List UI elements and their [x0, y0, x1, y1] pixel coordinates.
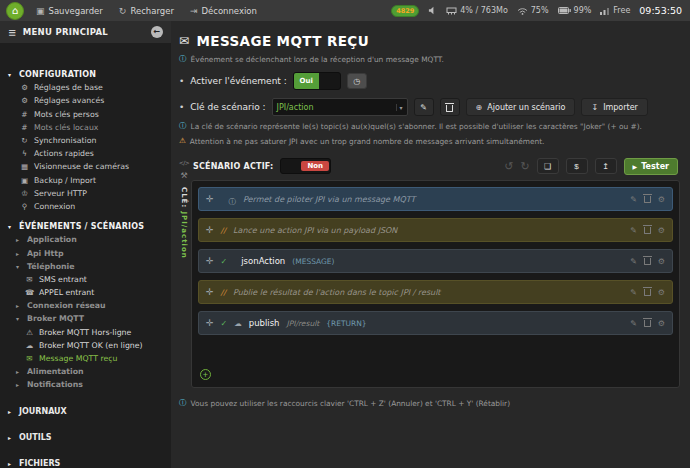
scenario-row[interactable]: ✛ ✓ ☁ publish JPI/result {RETURN} ✎ ⚙ [198, 311, 673, 335]
sidebar-item-broker-mqtt[interactable]: ▾ Broker MQTT [0, 312, 171, 325]
info-icon: ⓘ [179, 55, 187, 63]
sidebar-item-backup-import[interactable]: ▣ Backup / Import [0, 174, 171, 187]
code-icon[interactable]: </> [179, 159, 190, 166]
edit-row-icon[interactable]: ✎ [630, 257, 637, 266]
hamburger-icon[interactable]: ≡ [8, 27, 17, 38]
sidebar-item-mots-cles-locaux[interactable]: # Mots clés locaux [0, 121, 171, 134]
sidebar-item-fichiers[interactable]: ▸ FICHIERS [0, 457, 171, 468]
delete-row-icon[interactable] [644, 194, 651, 205]
editor-side-strip: </> ⚒ CLÉ: JPI/action [177, 154, 191, 388]
sidebar-item-configuration[interactable]: ▾ CONFIGURATION [0, 68, 171, 81]
sidebar-item-serveur-http[interactable]: ♔ Serveur HTTP [0, 187, 171, 200]
topbar: ⌂ ▣ Sauvegarder ↻ Recharger ⇥ Déconnexio… [0, 0, 690, 21]
trash-icon [644, 289, 651, 296]
sidebar-item-notifications[interactable]: ▸ Notifications [0, 378, 171, 391]
sidebar-item-reglages-avances[interactable]: ⚙ Réglages avancés [0, 94, 171, 107]
sidebar-item-telephonie[interactable]: ▾ Téléphonie [0, 260, 171, 273]
row-settings-icon[interactable]: ⚙ [658, 195, 665, 204]
edit-row-icon[interactable]: ✎ [630, 226, 637, 235]
tree-arrow-icon: ▸ [16, 302, 22, 309]
sidebar-item-message-mqtt-recu[interactable]: ✉ Message MQTT reçu [0, 352, 171, 365]
row-settings-icon[interactable]: ⚙ [658, 288, 665, 297]
sidebar-item-reglages-de-base[interactable]: ⚙ Réglages de base [0, 81, 171, 94]
vertical-key-label: CLÉ: JPI/action [180, 187, 188, 259]
wifi-icon [517, 7, 528, 15]
row-settings-icon[interactable]: ⚙ [658, 226, 665, 235]
scenario-row[interactable]: ✛ ✓ jsonAction (MESSAGE) ✎ ⚙ [198, 249, 673, 273]
tree-arrow-icon: ▸ [16, 250, 22, 257]
sidebar-item-outils[interactable]: ▸ OUTILS [0, 431, 171, 444]
main-content: ✉ MESSAGE MQTT REÇU ⓘ Événement se décle… [171, 21, 690, 468]
expression-button[interactable]: $ [566, 158, 588, 174]
volume-icon[interactable] [428, 6, 437, 15]
scenario-row[interactable]: ✛ ⓘ Permet de piloter JPI via un message… [198, 187, 673, 211]
memory-status: 4% / 763Mo [446, 6, 508, 15]
sidebar-item-mots-cles-persos[interactable]: # Mots clés persos [0, 108, 171, 121]
delete-row-icon[interactable] [644, 256, 651, 267]
delete-row-icon[interactable] [644, 318, 651, 329]
test-button[interactable]: ▶ Tester [624, 158, 678, 175]
edit-row-icon[interactable]: ✎ [630, 195, 637, 204]
sidebar-item-evenements-scenarios[interactable]: ▾ ÉVÉNEMENTS / SCÉNARIOS [0, 220, 171, 233]
enable-event-toggle[interactable]: Oui [293, 72, 341, 90]
server-icon: ♔ [20, 189, 29, 198]
scenario-row[interactable]: ✛ // Lance une action JPI via un payload… [198, 218, 673, 242]
row-settings-icon[interactable]: ⚙ [658, 257, 665, 266]
sidebar-item-application[interactable]: ▸ Application [0, 233, 171, 246]
cloud-icon: ☁ [25, 341, 34, 350]
undo-icon[interactable]: ↺ [504, 161, 513, 172]
sidebar-item-appel-entrant[interactable]: ☎ APPEL entrant [0, 286, 171, 299]
edit-row-icon[interactable]: ✎ [630, 288, 637, 297]
move-handle-icon[interactable]: ✛ [206, 194, 214, 204]
cloud-icon: ☁ [234, 319, 242, 328]
sidebar-item-alimentation[interactable]: ▸ Alimentation [0, 365, 171, 378]
scenario-key-select[interactable]: JPI/action ▾ [272, 98, 408, 116]
edit-key-button[interactable]: ✎ [414, 98, 434, 116]
delete-key-button[interactable] [440, 98, 460, 116]
sidebar-item-api-http[interactable]: ▸ Api Http [0, 246, 171, 259]
edit-row-icon[interactable]: ✎ [630, 319, 637, 328]
sidebar-item-actions-rapides[interactable]: ϟ Actions rapides [0, 147, 171, 160]
gear-icon: ⚙ [20, 83, 29, 92]
move-handle-icon[interactable]: ✛ [206, 225, 214, 235]
recharger-button[interactable]: ↻ Recharger [119, 6, 174, 16]
collapse-sidebar-button[interactable]: ← [151, 26, 163, 38]
deconnexion-button[interactable]: ⇥ Déconnexion [190, 6, 257, 16]
tree-arrow-icon: ▾ [8, 71, 14, 78]
sidebar-item-visionneuse-de-cameras[interactable]: ▦ Visionneuse de caméras [0, 160, 171, 173]
import-button[interactable]: ↧ Importer [581, 98, 647, 116]
export-button[interactable]: ↥ [595, 158, 617, 174]
app-logo[interactable]: ⌂ [0, 2, 30, 20]
redo-icon[interactable]: ↻ [520, 161, 529, 172]
tools-icon[interactable]: ⚒ [180, 171, 187, 180]
sidebar-item-broker-mqtt-ok-en-ligne[interactable]: ☁ Broker MQTT OK (en ligne) [0, 339, 171, 352]
sauvegarder-button[interactable]: ▣ Sauvegarder [36, 6, 103, 16]
tree-arrow-icon: ▸ [16, 236, 22, 243]
cameras-icon: ▦ [20, 162, 29, 171]
row-settings-icon[interactable]: ⚙ [658, 319, 665, 328]
sidebar-item-synchronisation[interactable]: ↻ Synchronisation [0, 134, 171, 147]
template-button[interactable]: ❏ [537, 158, 559, 174]
file-icon: ❏ [544, 162, 551, 171]
sidebar-item-connexion-reseau[interactable]: ▸ Connexion réseau [0, 299, 171, 312]
status-tray: 4829 4% / 763Mo 75% 99% Free 09:53:50 [391, 5, 690, 17]
chevron-down-icon: ▾ [396, 104, 403, 111]
check-icon: ✓ [221, 257, 228, 266]
scenario-row[interactable]: ✛ // Publie le résultat de l'action dans… [198, 280, 673, 304]
add-scenario-button[interactable]: ⊕ Ajouter un scénario [466, 98, 576, 116]
sidebar-item-connexion[interactable]: ⚲ Connexion [0, 200, 171, 213]
move-handle-icon[interactable]: ✛ [206, 256, 214, 266]
sidebar-item-journaux[interactable]: ▸ JOURNAUX [0, 405, 171, 418]
delete-row-icon[interactable] [644, 287, 651, 298]
notifications-badge[interactable]: 4829 [391, 5, 419, 17]
sidebar-item-sms-entrant[interactable]: ✉ SMS entrant [0, 273, 171, 286]
tree-arrow-icon: ▸ [16, 381, 22, 388]
move-handle-icon[interactable]: ✛ [206, 318, 214, 328]
delete-row-icon[interactable] [644, 225, 651, 236]
add-row-button[interactable]: + [200, 369, 211, 380]
history-button[interactable]: ◷ [347, 73, 367, 89]
move-handle-icon[interactable]: ✛ [206, 287, 214, 297]
page-title-row: ✉ MESSAGE MQTT REÇU [179, 33, 690, 49]
sidebar-item-broker-mqtt-hors-ligne[interactable]: ⚠ Broker MQTT Hors-ligne [0, 326, 171, 339]
scenario-active-toggle[interactable]: Non [280, 158, 331, 174]
